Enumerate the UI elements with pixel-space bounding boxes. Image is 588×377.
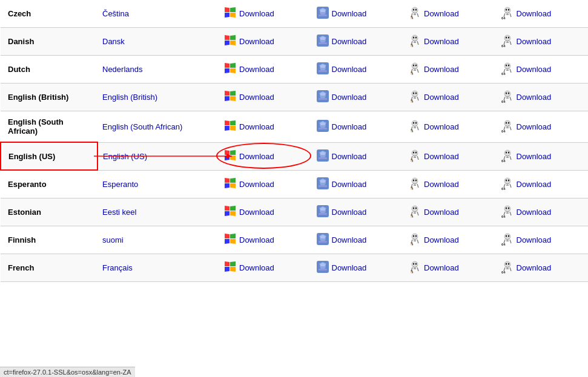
download-cell: 64 Download (496, 84, 589, 111)
windows-download-icon (223, 90, 237, 105)
svg-rect-102 (319, 185, 327, 187)
table-row: Finnishsuomi Download Download 🐧 Downloa… (1, 226, 588, 254)
download-link[interactable]: Download (332, 9, 367, 18)
download-link[interactable]: Download (517, 180, 552, 189)
download-link[interactable]: Download (239, 208, 274, 217)
download-link[interactable]: Download (517, 263, 552, 272)
download-cell: 🐧 Download (403, 198, 496, 226)
svg-point-136 (412, 234, 418, 240)
linux64-download-icon: 64 (501, 232, 514, 248)
download-link[interactable]: Download (332, 93, 367, 102)
download-link[interactable]: Download (424, 65, 459, 74)
download-link[interactable]: Download (424, 152, 459, 161)
svg-point-9 (413, 9, 414, 11)
download-link[interactable]: Download (517, 37, 552, 46)
download-link[interactable]: Download (239, 235, 274, 244)
svg-point-76 (504, 120, 510, 126)
download-link[interactable]: Download (517, 235, 552, 244)
download-cell: 64 Download (496, 111, 589, 143)
svg-point-122 (415, 207, 417, 209)
download-link[interactable]: Download (517, 93, 552, 102)
svg-point-78 (507, 122, 509, 123)
lang-name-en: Danish (1, 28, 97, 56)
download-cell: Download (311, 84, 404, 111)
svg-point-125 (505, 207, 506, 209)
download-cell: 🐧 Download (403, 142, 496, 170)
download-cell: Download (219, 111, 311, 143)
svg-text:64: 64 (501, 215, 506, 218)
lang-name-native: English (South African) (97, 111, 219, 143)
download-link[interactable]: Download (424, 93, 459, 102)
download-link[interactable]: Download (332, 37, 367, 46)
table-row: DanishDansk Download Download 🐧 Download… (1, 28, 588, 56)
download-cell: Download (311, 56, 404, 84)
download-link[interactable]: Download (424, 37, 459, 46)
download-link[interactable]: Download (239, 152, 274, 161)
download-link[interactable]: Download (424, 208, 459, 217)
mac-download-icon (316, 90, 329, 105)
lang-name-native: Čeština (97, 0, 219, 28)
windows-download-icon (223, 260, 237, 275)
download-cell: Download (311, 170, 404, 198)
download-link[interactable]: Download (239, 93, 274, 102)
download-link[interactable]: Download (239, 37, 274, 46)
svg-marker-48 (225, 91, 230, 96)
svg-marker-67 (230, 126, 236, 131)
download-link[interactable]: Download (517, 208, 552, 217)
svg-point-120 (412, 206, 418, 212)
download-link[interactable]: Download (239, 65, 274, 74)
download-cell: Download (219, 28, 311, 56)
download-link[interactable]: Download (332, 235, 367, 244)
download-link[interactable]: Download (239, 9, 274, 18)
svg-rect-54 (319, 98, 327, 100)
download-link[interactable]: Download (424, 263, 459, 272)
svg-point-94 (507, 151, 509, 153)
download-link[interactable]: Download (332, 180, 367, 189)
lang-name-en: Esperanto (1, 170, 97, 198)
svg-text:64: 64 (501, 100, 506, 103)
svg-point-10 (415, 9, 417, 11)
table-row: EstonianEesti keel Download Download 🐧 D… (1, 198, 588, 226)
download-link[interactable]: Download (424, 235, 459, 244)
linux-download-icon: 🐧 (408, 6, 421, 21)
download-link[interactable]: Download (239, 122, 274, 131)
windows-download-icon (223, 62, 237, 77)
download-link[interactable]: Download (332, 263, 367, 272)
download-link[interactable]: Download (332, 65, 367, 74)
download-cell: Download (219, 142, 311, 170)
table-row: English (US)English (US) Download Downlo… (1, 142, 588, 170)
download-link[interactable]: Download (424, 122, 459, 131)
download-link[interactable]: Download (517, 122, 552, 131)
download-cell: 🐧 Download (403, 226, 496, 254)
svg-rect-134 (319, 241, 327, 243)
svg-point-154 (415, 263, 417, 264)
windows-download-icon (223, 119, 237, 134)
linux-download-icon: 🐧 (408, 177, 421, 192)
download-cell: Download (219, 198, 311, 226)
svg-point-141 (505, 235, 506, 237)
download-link[interactable]: Download (517, 65, 552, 74)
download-link[interactable]: Download (517, 152, 552, 161)
svg-point-89 (413, 151, 414, 153)
download-link[interactable]: Download (332, 208, 367, 217)
svg-point-40 (412, 63, 418, 69)
svg-marker-18 (225, 41, 230, 45)
svg-marker-64 (225, 120, 230, 125)
download-link[interactable]: Download (517, 9, 552, 18)
download-link[interactable]: Download (424, 9, 459, 18)
svg-marker-98 (225, 183, 230, 188)
svg-text:🐧: 🐧 (410, 44, 414, 47)
mac-download-icon (316, 34, 329, 49)
svg-rect-150 (319, 269, 327, 270)
download-link[interactable]: Download (424, 180, 459, 189)
download-cell: 🐧 Download (403, 56, 496, 84)
download-link[interactable]: Download (332, 152, 367, 161)
download-link[interactable]: Download (332, 122, 367, 131)
download-cell: 🐧 Download (403, 254, 496, 281)
svg-point-57 (413, 93, 414, 94)
svg-text:🐧: 🐧 (410, 242, 414, 246)
download-link[interactable]: Download (239, 263, 274, 272)
svg-marker-130 (225, 239, 230, 244)
svg-rect-38 (319, 70, 327, 72)
download-link[interactable]: Download (239, 180, 274, 189)
